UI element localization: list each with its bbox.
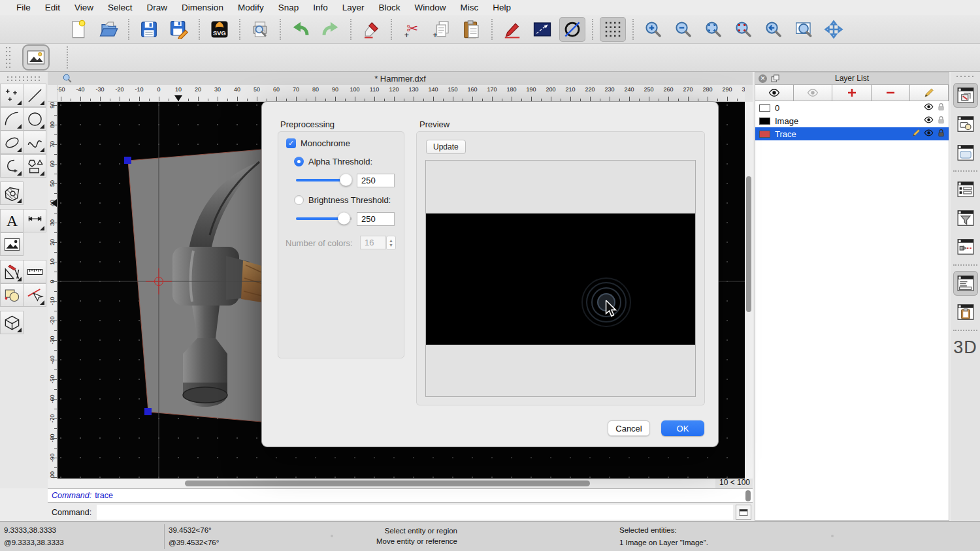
float-panel-icon[interactable] <box>771 74 779 83</box>
polyline-tools[interactable] <box>0 154 24 178</box>
measure-tool[interactable] <box>23 260 46 283</box>
ok-button[interactable]: OK <box>661 420 704 436</box>
alpha-slider-knob[interactable] <box>340 174 352 186</box>
image-tool[interactable] <box>0 232 24 256</box>
insert-image-button[interactable] <box>22 44 50 71</box>
solid-tools[interactable] <box>0 311 24 334</box>
zoom-in-button[interactable] <box>640 17 666 42</box>
number-of-colors-stepper[interactable]: ▲▼ <box>386 236 396 250</box>
trace-button[interactable] <box>559 17 585 42</box>
layer-row-trace[interactable]: Trace <box>755 127 949 140</box>
vertical-scrollbar[interactable] <box>745 102 753 479</box>
menu-snap[interactable]: Snap <box>271 3 306 12</box>
monochrome-checkbox[interactable]: ✓ <box>286 138 296 148</box>
copy-button[interactable]: + <box>429 17 455 42</box>
menu-layer[interactable]: Layer <box>335 3 372 12</box>
alpha-threshold-radio[interactable] <box>294 157 304 166</box>
3d-view-label[interactable]: 3D <box>951 338 980 358</box>
command-window-button[interactable] <box>736 505 751 520</box>
strip-drag-handle[interactable] <box>956 75 975 79</box>
save-button[interactable] <box>136 17 162 42</box>
layer-visibility-icon[interactable] <box>924 115 934 127</box>
brightness-threshold-row[interactable]: Brightness Threshold: <box>294 195 391 205</box>
layer-lock-icon[interactable] <box>936 115 946 127</box>
brightness-threshold-radio[interactable] <box>294 195 304 205</box>
pan-button[interactable] <box>821 17 847 42</box>
delete-button[interactable] <box>358 17 384 42</box>
monochrome-row[interactable]: ✓ Monochrome <box>286 138 350 148</box>
vertical-scrollbar-thumb[interactable] <box>746 176 751 312</box>
misc-draw-tools[interactable] <box>0 260 24 283</box>
selection-filter-toggle[interactable] <box>953 206 978 230</box>
brightness-threshold-slider[interactable] <box>296 217 352 220</box>
menu-dimension[interactable]: Dimension <box>174 3 231 12</box>
new-file-button[interactable] <box>65 17 91 42</box>
alpha-threshold-row[interactable]: Alpha Threshold: <box>294 157 372 166</box>
zoom-selection-button[interactable] <box>730 17 757 42</box>
spline-tools[interactable] <box>23 131 46 154</box>
menu-modify[interactable]: Modify <box>231 3 271 12</box>
alpha-threshold-slider[interactable] <box>296 179 352 181</box>
text-tool[interactable]: A <box>0 209 24 232</box>
show-all-layers-button[interactable] <box>755 85 794 101</box>
horizontal-scrollbar[interactable] <box>48 479 715 488</box>
cancel-button[interactable]: Cancel <box>608 420 650 436</box>
layer-list-toggle[interactable] <box>953 83 978 108</box>
widget-toggle[interactable] <box>953 234 978 259</box>
property-editor-toggle[interactable] <box>953 177 978 202</box>
alpha-threshold-input[interactable] <box>357 174 395 187</box>
menu-info[interactable]: Info <box>306 3 335 12</box>
hide-all-layers-button[interactable] <box>794 85 832 101</box>
window-zoom-button[interactable] <box>791 17 817 42</box>
undo-button[interactable] <box>287 17 314 42</box>
draw-order-button[interactable] <box>499 17 525 42</box>
circle-tools[interactable] <box>23 107 46 131</box>
layer-lock-icon[interactable] <box>936 128 946 140</box>
menu-file[interactable]: File <box>9 3 38 12</box>
polyline-button[interactable] <box>529 17 555 42</box>
redo-button[interactable] <box>318 17 344 42</box>
palette-drag-handle[interactable] <box>7 76 41 81</box>
menu-block[interactable]: Block <box>372 3 408 12</box>
remove-layer-button[interactable] <box>872 85 910 101</box>
view-list-toggle[interactable] <box>953 140 978 165</box>
modify-tools[interactable] <box>0 283 24 307</box>
dimension-tools[interactable] <box>23 209 46 232</box>
layer-row-0[interactable]: 0 <box>755 101 949 114</box>
command-history-scrollbar[interactable] <box>745 490 751 501</box>
auto-zoom-button[interactable] <box>700 17 727 42</box>
menu-select[interactable]: Select <box>101 3 140 12</box>
block-list-toggle[interactable] <box>953 112 978 136</box>
toolbar-drag-handle[interactable] <box>5 46 10 69</box>
ellipse-tools[interactable] <box>0 131 24 154</box>
close-icon[interactable]: ✕ <box>759 74 767 83</box>
grid-toggle-button[interactable] <box>600 17 626 42</box>
open-file-button[interactable] <box>95 17 122 42</box>
paste-button[interactable] <box>459 17 485 42</box>
previous-view-button[interactable] <box>760 17 787 42</box>
layer-visibility-icon[interactable] <box>924 102 934 114</box>
layer-edit-icon[interactable] <box>911 128 921 140</box>
line-tools[interactable] <box>23 84 46 107</box>
layer-visibility-icon[interactable] <box>924 128 934 140</box>
menu-window[interactable]: Window <box>408 3 453 12</box>
svg-export-button[interactable]: SVG <box>206 17 233 42</box>
arc-tools[interactable] <box>0 107 24 131</box>
brightness-threshold-input[interactable] <box>357 212 395 226</box>
zoom-out-button[interactable] <box>670 17 696 42</box>
brightness-slider-knob[interactable] <box>338 212 350 225</box>
shape-tools[interactable] <box>23 154 46 178</box>
menu-view[interactable]: View <box>67 3 101 12</box>
point-tools[interactable] <box>0 84 24 107</box>
save-as-button[interactable] <box>166 17 192 42</box>
select-tools[interactable] <box>23 283 46 307</box>
layer-row-image[interactable]: Image <box>755 114 949 127</box>
command-input[interactable] <box>97 505 733 520</box>
cut-button[interactable]: ✂+ <box>399 17 425 42</box>
update-button[interactable]: Update <box>426 140 466 154</box>
horizontal-scrollbar-thumb[interactable] <box>185 480 590 486</box>
menu-edit[interactable]: Edit <box>38 3 67 12</box>
command-line-toggle[interactable] <box>953 271 978 296</box>
menu-help[interactable]: Help <box>485 3 518 12</box>
clipboard-toggle[interactable] <box>953 300 978 324</box>
